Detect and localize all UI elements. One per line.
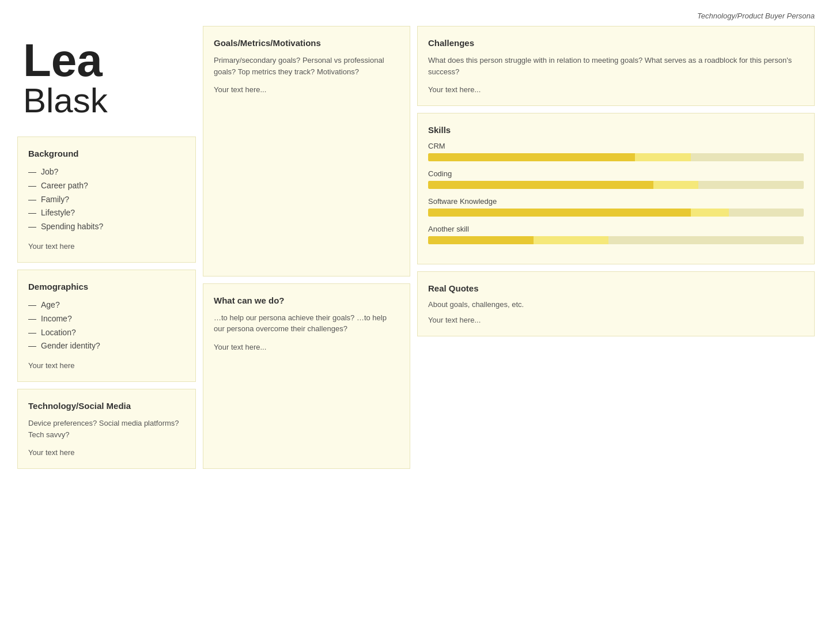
technology-description: Device preferences? Social media platfor… bbox=[28, 418, 185, 440]
skill-label: Another skill bbox=[428, 225, 804, 233]
challenges-title: Challenges bbox=[428, 38, 804, 48]
background-bullet-item: Family? bbox=[28, 193, 185, 207]
skill-bar-gap bbox=[534, 236, 608, 244]
middle-column: Goals/Metrics/Motivations Primary/second… bbox=[203, 26, 410, 469]
left-column: Lea Blask Background Job?Career path?Fam… bbox=[17, 26, 196, 469]
skill-bar-background bbox=[428, 181, 804, 189]
background-bullet-item: Job? bbox=[28, 165, 185, 179]
skill-label: Coding bbox=[428, 169, 804, 178]
skill-item: Another skill bbox=[428, 225, 804, 244]
skills-container: CRMCodingSoftware KnowledgeAnother skill bbox=[428, 142, 804, 244]
skill-label: CRM bbox=[428, 142, 804, 150]
first-name: Lea bbox=[23, 37, 190, 84]
goals-placeholder: Your text here... bbox=[214, 85, 399, 94]
skills-title: Skills bbox=[428, 125, 804, 135]
challenges-placeholder: Your text here... bbox=[428, 85, 804, 94]
background-bullet-item: Lifestyle? bbox=[28, 206, 185, 220]
demographics-bullet-item: Age? bbox=[28, 298, 185, 312]
demographics-bullet-item: Income? bbox=[28, 312, 185, 326]
demographics-bullet-item: Gender identity? bbox=[28, 339, 185, 353]
skill-label: Software Knowledge bbox=[428, 197, 804, 206]
technology-card: Technology/Social Media Device preferenc… bbox=[17, 389, 196, 469]
background-bullet-item: Career path? bbox=[28, 179, 185, 193]
demographics-placeholder: Your text here bbox=[28, 361, 185, 370]
challenges-description: What does this person struggle with in r… bbox=[428, 55, 804, 77]
background-bullet-item: Spending habits? bbox=[28, 220, 185, 234]
skill-bar-gap bbox=[653, 181, 698, 189]
last-name: Blask bbox=[23, 84, 190, 118]
technology-title: Technology/Social Media bbox=[28, 401, 185, 411]
real-quotes-card: Real Quotes About goals, challenges, etc… bbox=[417, 271, 815, 336]
demographics-title: Demographics bbox=[28, 282, 185, 291]
skill-item: Coding bbox=[428, 169, 804, 189]
goals-card: Goals/Metrics/Motivations Primary/second… bbox=[203, 26, 410, 276]
skill-bar-gap bbox=[691, 209, 728, 217]
real-quotes-description: About goals, challenges, etc. bbox=[428, 300, 804, 309]
challenges-card: Challenges What does this person struggl… bbox=[417, 26, 815, 106]
skill-bar-gap bbox=[635, 153, 691, 161]
background-card: Background Job?Career path?Family?Lifest… bbox=[17, 137, 196, 263]
demographics-bullets: Age?Income?Location?Gender identity? bbox=[28, 298, 185, 353]
demographics-bullet-item: Location? bbox=[28, 326, 185, 340]
demographics-card: Demographics Age?Income?Location?Gender … bbox=[17, 270, 196, 382]
skills-card: Skills CRMCodingSoftware KnowledgeAnothe… bbox=[417, 113, 815, 264]
background-title: Background bbox=[28, 149, 185, 158]
what-can-we-do-title: What can we do? bbox=[214, 296, 399, 305]
skill-bar-background bbox=[428, 209, 804, 217]
skill-item: CRM bbox=[428, 142, 804, 161]
goals-title: Goals/Metrics/Motivations bbox=[214, 38, 399, 48]
goals-description: Primary/secondary goals? Personal vs pro… bbox=[214, 55, 399, 77]
page-title: Technology/Product Buyer Persona bbox=[17, 12, 815, 20]
technology-placeholder: Your text here bbox=[28, 448, 185, 457]
what-can-we-do-placeholder: Your text here... bbox=[214, 343, 399, 351]
background-placeholder: Your text here bbox=[28, 242, 185, 251]
real-quotes-title: Real Quotes bbox=[428, 283, 804, 293]
real-quotes-placeholder: Your text here... bbox=[428, 316, 804, 324]
background-bullets: Job?Career path?Family?Lifestyle?Spendin… bbox=[28, 165, 185, 234]
main-grid: Lea Blask Background Job?Career path?Fam… bbox=[17, 26, 815, 469]
right-column: Challenges What does this person struggl… bbox=[417, 26, 815, 469]
what-can-we-do-card: What can we do? …to help our persona ach… bbox=[203, 283, 410, 469]
skill-bar-background bbox=[428, 153, 804, 161]
skill-item: Software Knowledge bbox=[428, 197, 804, 217]
name-block: Lea Blask bbox=[17, 26, 196, 130]
skill-bar-background bbox=[428, 236, 804, 244]
what-can-we-do-description: …to help our persona achieve their goals… bbox=[214, 312, 399, 335]
skill-bar-fill bbox=[428, 209, 729, 217]
